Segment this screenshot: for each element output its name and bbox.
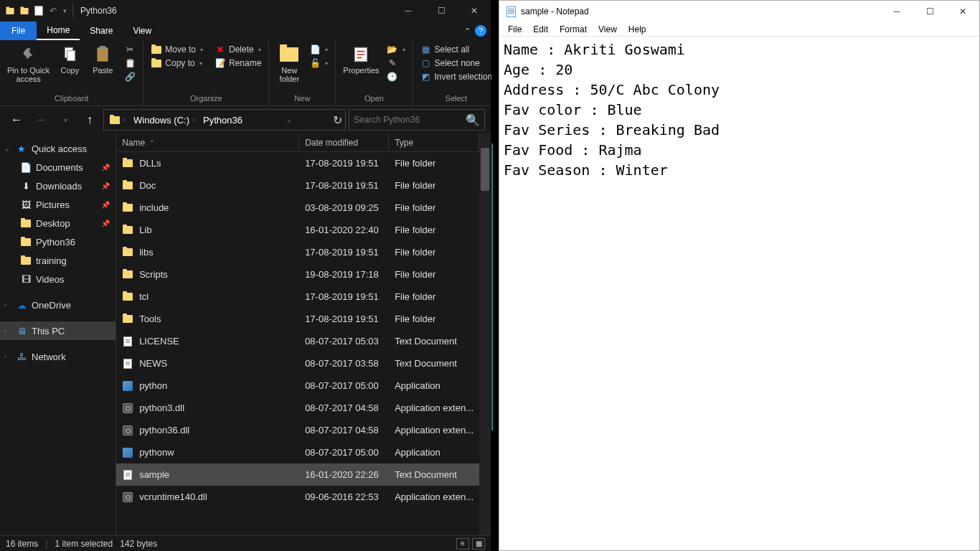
column-name[interactable]: Name⌃ (116, 133, 299, 151)
window-title: Python36 (80, 6, 117, 16)
file-row[interactable]: python3.dll08-07-2017 04:58Application e… (116, 397, 479, 419)
file-row[interactable]: Lib16-01-2020 22:40File folder (116, 219, 479, 241)
sidebar-onedrive[interactable]: ›☁OneDrive (0, 296, 116, 314)
chevron-down-icon[interactable]: ⌄ (286, 116, 292, 123)
column-date[interactable]: Date modified (299, 133, 389, 151)
up-button[interactable]: ↑ (79, 110, 100, 130)
address-bar[interactable]: › Windows (C:)› Python36 ⌄ ↻ (103, 109, 346, 131)
cut-button[interactable]: ✂ (121, 43, 138, 56)
ribbon: Pin to Quick access Copy Paste ✂ 📋 🔗 Cli… (0, 40, 491, 106)
breadcrumb-crumb[interactable]: Python36 (200, 115, 245, 126)
file-row[interactable]: python36.dll08-07-2017 04:58Application … (116, 419, 479, 441)
file-row[interactable]: Scripts19-08-2019 17:18File folder (116, 263, 479, 286)
select-none-button[interactable]: ▢Select none (418, 57, 496, 70)
tab-file[interactable]: File (0, 22, 37, 40)
search-box[interactable]: 🔍 (349, 109, 485, 131)
folder-icon[interactable] (19, 5, 30, 17)
rename-button[interactable]: 📝Rename (212, 57, 264, 70)
search-icon[interactable]: 🔍 (466, 113, 480, 127)
scrollbar-thumb[interactable] (481, 148, 489, 191)
file-explorer-window: ↶ ▾ Python36 ─ ☐ ✕ File Home Share View … (0, 0, 491, 551)
menu-item[interactable]: Help (623, 23, 652, 36)
file-row[interactable]: DLLs17-08-2019 19:51File folder (116, 152, 479, 174)
refresh-button[interactable]: ↻ (333, 113, 342, 127)
explorer-titlebar[interactable]: ↶ ▾ Python36 ─ ☐ ✕ (0, 0, 491, 22)
file-date: 16-01-2020 22:26 (299, 469, 389, 480)
sidebar-item[interactable]: ⬇Downloads📌 (0, 176, 116, 195)
tab-share[interactable]: Share (80, 22, 123, 40)
move-to-button[interactable]: Move to▾ (148, 43, 206, 56)
file-row[interactable]: pythonw08-07-2017 05:00Application (116, 441, 479, 463)
sidebar-quick-access[interactable]: ⌄★Quick access (0, 139, 116, 158)
undo-icon[interactable]: ↶ (47, 5, 59, 17)
file-row[interactable]: NEWS08-07-2017 03:58Text Document (116, 352, 479, 375)
sidebar-item-label: Videos (36, 274, 65, 285)
pin-icon: 📌 (101, 201, 110, 209)
sidebar-item[interactable]: 📄Documents📌 (0, 158, 116, 176)
history-button[interactable]: 🕑 (384, 70, 408, 83)
breadcrumb-crumb[interactable]: Windows (C:)› (131, 115, 197, 126)
doc-icon[interactable] (33, 5, 44, 17)
tab-view[interactable]: View (123, 22, 161, 40)
open-button[interactable]: 📂▾ (384, 43, 408, 56)
sidebar-item[interactable]: Python36 (0, 232, 116, 251)
sidebar-item[interactable]: training (0, 251, 116, 270)
column-type[interactable]: Type (389, 133, 479, 151)
maximize-button[interactable]: ☐ (425, 0, 458, 22)
properties-button[interactable]: Properties (340, 43, 382, 76)
search-input[interactable] (354, 115, 466, 125)
sidebar-item[interactable]: 🖼Pictures📌 (0, 195, 116, 214)
notepad-content[interactable]: Name : Akriti Goswami Age : 20 Address :… (499, 37, 979, 550)
file-date: 17-08-2019 19:51 (299, 158, 389, 169)
copy-button[interactable]: Copy (54, 43, 85, 76)
invert-selection-button[interactable]: ◩Invert selection (418, 70, 496, 83)
sidebar-this-pc[interactable]: ›🖥This PC (0, 321, 116, 340)
select-all-button[interactable]: ▦Select all (418, 43, 496, 56)
thumbnails-view-button[interactable]: ▦ (472, 538, 485, 550)
tab-home[interactable]: Home (37, 22, 80, 40)
file-row[interactable]: libs17-08-2019 19:51File folder (116, 241, 479, 263)
folder-icon[interactable]: › (107, 116, 128, 124)
back-button[interactable]: ← (6, 110, 27, 130)
details-view-button[interactable]: ≡ (456, 538, 469, 550)
close-button[interactable]: ✕ (946, 1, 979, 22)
menu-item[interactable]: View (593, 23, 623, 36)
file-row[interactable]: Doc17-08-2019 19:51File folder (116, 174, 479, 197)
sidebar-network[interactable]: ›🖧Network (0, 347, 116, 366)
paste-shortcut-button[interactable]: 🔗 (121, 70, 138, 83)
copy-path-button[interactable]: 📋 (121, 57, 138, 70)
help-icon[interactable]: ? (475, 25, 486, 37)
file-row[interactable]: Tools17-08-2019 19:51File folder (116, 308, 479, 330)
file-row[interactable]: LICENSE08-07-2017 05:03Text Document (116, 330, 479, 352)
collapse-ribbon-icon[interactable]: ⌃ (464, 27, 471, 36)
sidebar-item[interactable]: Desktop📌 (0, 214, 116, 232)
forward-button[interactable]: → (30, 110, 52, 130)
file-row[interactable]: tcl17-08-2019 19:51File folder (116, 286, 479, 308)
menu-item[interactable]: Format (554, 23, 593, 36)
close-button[interactable]: ✕ (458, 0, 491, 22)
file-icon (122, 358, 133, 369)
file-row[interactable]: sample16-01-2020 22:26Text Document (116, 463, 479, 486)
delete-button[interactable]: ✖Delete▾ (212, 43, 264, 56)
chevron-down-icon[interactable]: ▾ (63, 7, 67, 14)
maximize-button[interactable]: ☐ (913, 1, 946, 22)
pin-to-quick-access-button[interactable]: Pin to Quick access (4, 43, 52, 85)
easy-access-button[interactable]: 🔓▾ (306, 57, 331, 70)
copy-to-button[interactable]: Copy to▾ (148, 57, 206, 70)
recent-locations-button[interactable]: ▾ (55, 110, 76, 130)
sidebar-item[interactable]: 🎞Videos (0, 270, 116, 288)
menu-item[interactable]: Edit (527, 23, 554, 36)
menu-item[interactable]: File (502, 23, 527, 36)
file-row[interactable]: python08-07-2017 05:00Application (116, 375, 479, 397)
paste-button[interactable]: Paste (87, 43, 118, 76)
new-folder-button[interactable]: New folder (273, 43, 305, 85)
minimize-button[interactable]: ─ (392, 0, 425, 22)
new-item-button[interactable]: 📄▾ (306, 43, 331, 56)
file-list: Name⌃ Date modified Type DLLs17-08-2019 … (116, 133, 479, 535)
minimize-button[interactable]: ─ (880, 1, 913, 22)
scrollbar[interactable] (479, 133, 491, 535)
edit-button[interactable]: ✎ (384, 57, 408, 70)
file-row[interactable]: include03-08-2019 09:25File folder (116, 197, 479, 219)
file-row[interactable]: vcruntime140.dll09-06-2016 22:53Applicat… (116, 486, 479, 508)
notepad-titlebar[interactable]: sample - Notepad ─ ☐ ✕ (499, 1, 979, 22)
